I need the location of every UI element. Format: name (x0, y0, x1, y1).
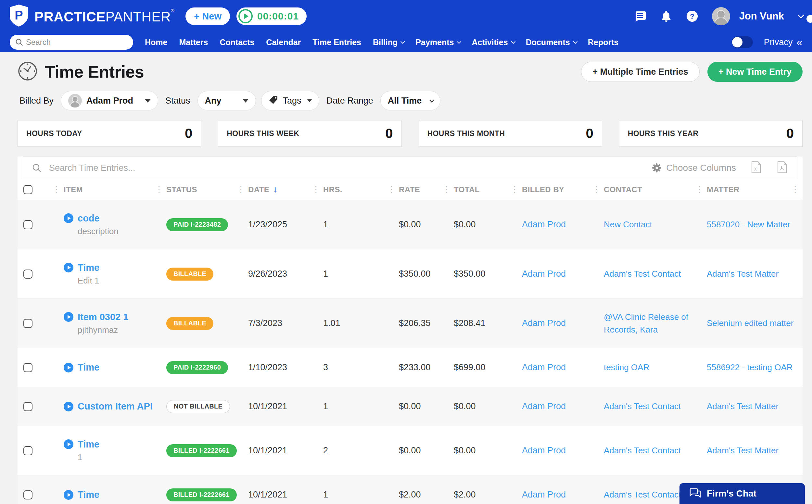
matter-link[interactable]: 5587020 - New Matter (707, 220, 790, 229)
user-avatar[interactable] (712, 7, 730, 25)
nav-item-documents[interactable]: Documents (526, 38, 576, 47)
item-link[interactable]: Time (78, 262, 99, 273)
table-search-input[interactable] (49, 163, 645, 173)
row-checkbox[interactable] (23, 490, 32, 499)
row-checkbox[interactable] (23, 270, 32, 279)
column-menu-icon[interactable]: ⋮ (153, 185, 166, 194)
table-row: Item 0302 1 pjlthynmaz BILLABLE 7/3/2023… (18, 299, 803, 348)
column-header-hrs[interactable]: ⋮HRS. (310, 179, 386, 200)
column-header-status[interactable]: ⋮STATUS (153, 179, 235, 200)
matter-link[interactable]: 5586922 - testing OAR (707, 362, 793, 372)
item-link[interactable]: Time (78, 439, 99, 450)
nav-item-home[interactable]: Home (145, 38, 167, 47)
column-header-matter[interactable]: ⋮MATTER (694, 179, 790, 200)
user-menu-chevron-icon[interactable] (798, 12, 804, 19)
billed-by-link[interactable]: Adam Prod (522, 362, 566, 372)
item-link[interactable]: Time (78, 362, 99, 373)
global-search-input[interactable] (26, 38, 128, 47)
contact-link[interactable]: Adam's Test Contact (604, 490, 681, 499)
contact-link[interactable]: Adam's Test Contact (604, 446, 681, 455)
collapse-icon[interactable]: « (796, 36, 802, 48)
matter-link[interactable]: Adam's Test Matter (707, 269, 779, 279)
column-menu-icon[interactable]: ⋮ (386, 185, 399, 194)
column-header-item[interactable]: ⋮ITEM (51, 179, 153, 200)
column-header-date[interactable]: ⋮DATE↓ (235, 179, 310, 200)
item-link[interactable]: Time (78, 489, 99, 500)
matter-link[interactable]: Adam's Test Matter (707, 401, 779, 411)
new-time-entry-button[interactable]: + New Time Entry (707, 62, 803, 82)
help-icon[interactable]: ? (686, 10, 698, 22)
column-menu-icon[interactable]: ⋮ (591, 185, 604, 194)
column-header-contact[interactable]: ⋮CONTACT (591, 179, 694, 200)
start-timer-icon[interactable] (64, 263, 73, 272)
column-menu-icon[interactable]: ⋮ (694, 185, 707, 194)
matter-link[interactable]: Selenium edited matter (707, 318, 793, 328)
multiple-time-entries-button[interactable]: + Multiple Time Entries (581, 62, 699, 82)
timer-play-icon[interactable] (238, 9, 253, 23)
item-link[interactable]: code (78, 213, 100, 224)
row-checkbox[interactable] (23, 402, 32, 411)
billed-by-link[interactable]: Adam Prod (522, 220, 566, 229)
row-checkbox[interactable] (23, 220, 32, 229)
start-timer-icon[interactable] (64, 402, 73, 411)
column-header-rate[interactable]: ⋮RATE (386, 179, 441, 200)
matter-link[interactable]: Adam's Test Matter (707, 446, 779, 455)
nav-item-time-entries[interactable]: Time Entries (312, 38, 361, 47)
item-link[interactable]: Custom Item API (78, 401, 153, 412)
global-search[interactable] (10, 35, 133, 50)
nav-item-contacts[interactable]: Contacts (220, 38, 254, 47)
column-menu-icon[interactable]: ⋮ (790, 185, 803, 194)
start-timer-icon[interactable] (64, 312, 73, 322)
nav-item-activities[interactable]: Activities (472, 38, 514, 47)
contact-link[interactable]: Adam's Test Contact (604, 401, 681, 411)
export-pdf-icon[interactable] (777, 161, 787, 175)
contact-link[interactable]: @VA Clinic Release of Records, Kara (604, 312, 688, 334)
user-name[interactable]: Jon Vunk (739, 10, 784, 22)
timer-widget[interactable]: 00:00:01 (236, 7, 307, 25)
firms-chat-button[interactable]: Firm's Chat (679, 483, 805, 504)
billed-by-link[interactable]: Adam Prod (522, 490, 566, 499)
status-dropdown[interactable]: Any (197, 91, 256, 110)
billed-by-link[interactable]: Adam Prod (522, 401, 566, 411)
column-menu-icon[interactable]: ⋮ (235, 185, 248, 194)
column-menu-icon[interactable]: ⋮ (51, 185, 64, 194)
notifications-bell-icon[interactable] (660, 10, 672, 22)
tags-dropdown[interactable]: Tags (261, 91, 319, 110)
row-checkbox[interactable] (23, 363, 32, 372)
column-header-total[interactable]: ⋮TOTAL (441, 179, 509, 200)
privacy-toggle[interactable] (731, 36, 753, 48)
start-timer-icon[interactable] (64, 363, 73, 372)
date-range-dropdown[interactable]: All Time (380, 91, 441, 110)
item-link[interactable]: Item 0302 1 (78, 312, 128, 322)
start-timer-icon[interactable] (64, 213, 73, 223)
nav-item-billing[interactable]: Billing (373, 38, 404, 47)
column-header-billed-by[interactable]: ⋮BILLED BY (509, 179, 591, 200)
billed-by-dropdown[interactable]: Adam Prod (61, 91, 158, 110)
practicepanther-logo[interactable]: P PRACTICEPANTHER® (8, 4, 174, 29)
nav-item-matters[interactable]: Matters (179, 38, 208, 47)
contact-link[interactable]: New Contact (604, 220, 652, 229)
start-timer-icon[interactable] (64, 490, 73, 500)
billed-by-link[interactable]: Adam Prod (522, 269, 566, 279)
start-timer-icon[interactable] (64, 439, 73, 449)
nav-item-payments[interactable]: Payments (415, 38, 460, 47)
billed-by-link[interactable]: Adam Prod (522, 318, 566, 328)
nav-item-reports[interactable]: Reports (588, 38, 618, 47)
billed-by-link[interactable]: Adam Prod (522, 446, 566, 455)
column-menu-icon[interactable]: ⋮ (310, 185, 323, 194)
column-menu-icon[interactable]: ⋮ (441, 185, 454, 194)
new-button[interactable]: + New (185, 7, 230, 25)
dropdown-arrow-icon (307, 99, 312, 102)
choose-columns-button[interactable]: Choose Columns (652, 163, 736, 173)
row-checkbox[interactable] (23, 319, 32, 328)
scrollbar-dot[interactable] (806, 15, 812, 23)
nav-item-calendar[interactable]: Calendar (266, 38, 301, 47)
messages-icon[interactable] (634, 10, 646, 22)
privacy-control[interactable]: Privacy« (764, 36, 802, 48)
contact-link[interactable]: Adam's Test Contact (604, 269, 681, 279)
column-menu-icon[interactable]: ⋮ (509, 185, 522, 194)
select-all-checkbox[interactable] (23, 185, 32, 194)
row-checkbox[interactable] (23, 446, 32, 455)
export-excel-icon[interactable]: x (751, 161, 761, 175)
contact-link[interactable]: testing OAR (604, 362, 649, 372)
